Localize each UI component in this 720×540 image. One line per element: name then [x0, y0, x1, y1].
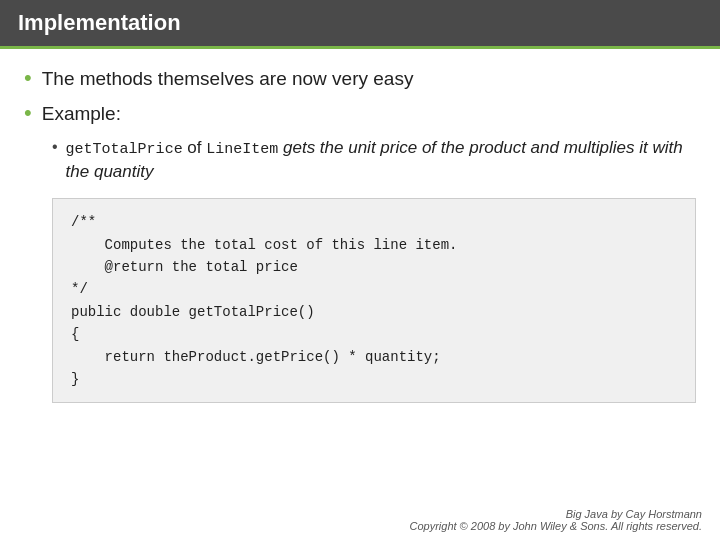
bullet-1: • The methods themselves are now very ea… — [24, 67, 696, 92]
code-getTotalPrice: getTotalPrice — [66, 141, 183, 158]
footer-line2: Copyright © 2008 by John Wiley & Sons. A… — [0, 520, 702, 532]
code-LineItem: LineItem — [206, 141, 278, 158]
code-block: /** Computes the total cost of this line… — [52, 198, 696, 403]
footer-line1: Big Java by Cay Horstmann — [0, 508, 702, 520]
footer: Big Java by Cay Horstmann Copyright © 20… — [0, 502, 720, 540]
bullet-icon-1: • — [24, 65, 32, 91]
bullet-2: • Example: — [24, 102, 696, 127]
slide-content: • The methods themselves are now very ea… — [0, 49, 720, 502]
bullet-2-text: Example: — [42, 102, 121, 127]
sub-bullet: • getTotalPrice of LineItem gets the uni… — [52, 136, 696, 184]
sub-bullet-dot: • — [52, 138, 58, 156]
title-bar: Implementation — [0, 0, 720, 49]
bullet-1-text: The methods themselves are now very easy — [42, 67, 414, 92]
slide: Implementation • The methods themselves … — [0, 0, 720, 540]
sub-bullet-inner: • getTotalPrice of LineItem gets the uni… — [52, 136, 696, 184]
sub-bullet-text: getTotalPrice of LineItem gets the unit … — [66, 136, 696, 184]
slide-title: Implementation — [18, 10, 702, 36]
bullet-icon-2: • — [24, 100, 32, 126]
